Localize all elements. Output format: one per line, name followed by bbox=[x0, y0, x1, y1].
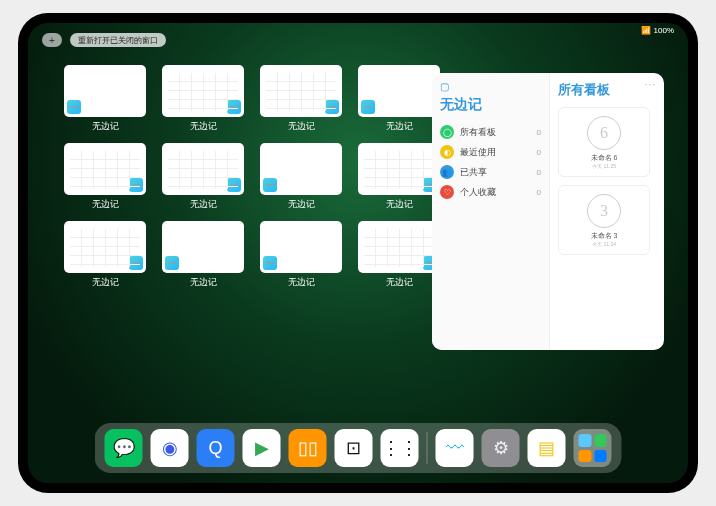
menu-count: 0 bbox=[537, 148, 541, 157]
dock-app-notes[interactable]: ▤ bbox=[528, 429, 566, 467]
freeform-icon: 〰 bbox=[263, 178, 277, 192]
freeform-icon: 〰 bbox=[227, 178, 241, 192]
board-title: 未命名 6 bbox=[591, 153, 618, 163]
dock-app-qqbrowser[interactable]: Q bbox=[197, 429, 235, 467]
board-card[interactable]: 3未命名 3今天 11:24 bbox=[558, 185, 650, 255]
menu-icon: ♡ bbox=[440, 185, 454, 199]
dock-app-wechat[interactable]: 💬 bbox=[105, 429, 143, 467]
window-thumb[interactable]: 〰无边记 bbox=[162, 221, 244, 289]
dock-app-connect[interactable]: ⋮⋮ bbox=[381, 429, 419, 467]
dock-app-dice[interactable]: ⊡ bbox=[335, 429, 373, 467]
window-thumb[interactable]: 〰无边记 bbox=[64, 221, 146, 289]
board-thumbnail: 6 bbox=[587, 116, 621, 150]
menu-count: 0 bbox=[537, 188, 541, 197]
window-preview[interactable]: 〰 bbox=[358, 65, 440, 117]
window-label: 无边记 bbox=[288, 120, 315, 133]
window-thumb[interactable]: 〰无边记 bbox=[358, 65, 440, 133]
window-thumb[interactable]: 〰无边记 bbox=[260, 65, 342, 133]
window-label: 无边记 bbox=[386, 276, 413, 289]
window-preview[interactable]: 〰 bbox=[260, 143, 342, 195]
window-thumb[interactable]: 〰无边记 bbox=[260, 221, 342, 289]
window-preview[interactable]: 〰 bbox=[64, 221, 146, 273]
top-bar: + 重新打开已关闭的窗口 bbox=[42, 33, 166, 47]
window-thumb[interactable]: 〰无边记 bbox=[162, 143, 244, 211]
dock-folder[interactable] bbox=[574, 429, 612, 467]
window-grid: 〰无边记〰无边记〰无边记〰无边记〰无边记〰无边记〰无边记〰无边记〰无边记〰无边记… bbox=[64, 65, 442, 289]
board-subtitle: 今天 11:25 bbox=[592, 163, 616, 169]
menu-icon: ◐ bbox=[440, 145, 454, 159]
status-bar: 📶 100% bbox=[641, 26, 674, 35]
dock-app-play[interactable]: ▶ bbox=[243, 429, 281, 467]
dock-app-settings[interactable]: ⚙ bbox=[482, 429, 520, 467]
window-preview[interactable]: 〰 bbox=[260, 65, 342, 117]
freeform-icon: 〰 bbox=[361, 100, 375, 114]
window-label: 无边记 bbox=[288, 276, 315, 289]
dock-app-freeform[interactable]: 〰 bbox=[436, 429, 474, 467]
freeform-panel: ▢ 无边记 ◯所有看板0◐最近使用0👥已共享0♡个人收藏0 ··· 所有看板 6… bbox=[432, 73, 664, 350]
dock: 💬◉Q▶▯▯⊡⋮⋮〰⚙▤ bbox=[95, 423, 622, 473]
menu-count: 0 bbox=[537, 168, 541, 177]
wifi-icon: 📶 bbox=[641, 26, 651, 35]
window-label: 无边记 bbox=[190, 198, 217, 211]
window-preview[interactable]: 〰 bbox=[358, 221, 440, 273]
panel-sidebar: ▢ 无边记 ◯所有看板0◐最近使用0👥已共享0♡个人收藏0 bbox=[432, 73, 550, 350]
freeform-icon: 〰 bbox=[227, 100, 241, 114]
window-label: 无边记 bbox=[92, 198, 119, 211]
sidebar-item[interactable]: 👥已共享0 bbox=[440, 162, 541, 182]
menu-icon: 👥 bbox=[440, 165, 454, 179]
panel-content-title: 所有看板 bbox=[558, 81, 656, 99]
more-button[interactable]: ··· bbox=[645, 79, 656, 90]
freeform-icon: 〰 bbox=[263, 256, 277, 270]
panel-content: ··· 所有看板 6未命名 6今天 11:253未命名 3今天 11:24 bbox=[550, 73, 664, 350]
window-label: 无边记 bbox=[92, 120, 119, 133]
board-card[interactable]: 6未命名 6今天 11:25 bbox=[558, 107, 650, 177]
window-thumb[interactable]: 〰无边记 bbox=[64, 143, 146, 211]
board-title: 未命名 3 bbox=[591, 231, 618, 241]
menu-label: 个人收藏 bbox=[460, 186, 496, 199]
dock-app-quark[interactable]: ◉ bbox=[151, 429, 189, 467]
board-thumbnail: 3 bbox=[587, 194, 621, 228]
menu-label: 已共享 bbox=[460, 166, 487, 179]
dock-divider bbox=[427, 432, 428, 464]
window-preview[interactable]: 〰 bbox=[162, 65, 244, 117]
screen: 📶 100% + 重新打开已关闭的窗口 〰无边记〰无边记〰无边记〰无边记〰无边记… bbox=[28, 23, 688, 483]
window-preview[interactable]: 〰 bbox=[162, 143, 244, 195]
dock-app-books[interactable]: ▯▯ bbox=[289, 429, 327, 467]
sidebar-item[interactable]: ♡个人收藏0 bbox=[440, 182, 541, 202]
freeform-icon: 〰 bbox=[67, 100, 81, 114]
sidebar-item[interactable]: ◯所有看板0 bbox=[440, 122, 541, 142]
freeform-icon: 〰 bbox=[325, 100, 339, 114]
board-subtitle: 今天 11:24 bbox=[592, 241, 616, 247]
window-thumb[interactable]: 〰无边记 bbox=[358, 221, 440, 289]
panel-app-icon: ▢ bbox=[440, 81, 541, 92]
window-thumb[interactable]: 〰无边记 bbox=[162, 65, 244, 133]
window-preview[interactable]: 〰 bbox=[64, 143, 146, 195]
freeform-icon: 〰 bbox=[165, 256, 179, 270]
menu-label: 最近使用 bbox=[460, 146, 496, 159]
window-preview[interactable]: 〰 bbox=[358, 143, 440, 195]
window-label: 无边记 bbox=[190, 276, 217, 289]
reopen-closed-window-button[interactable]: 重新打开已关闭的窗口 bbox=[70, 33, 166, 47]
window-preview[interactable]: 〰 bbox=[162, 221, 244, 273]
window-thumb[interactable]: 〰无边记 bbox=[358, 143, 440, 211]
window-preview[interactable]: 〰 bbox=[64, 65, 146, 117]
menu-label: 所有看板 bbox=[460, 126, 496, 139]
window-label: 无边记 bbox=[386, 198, 413, 211]
window-label: 无边记 bbox=[92, 276, 119, 289]
panel-sidebar-title: 无边记 bbox=[440, 96, 541, 114]
window-thumb[interactable]: 〰无边记 bbox=[260, 143, 342, 211]
add-window-button[interactable]: + bbox=[42, 33, 62, 47]
window-label: 无边记 bbox=[288, 198, 315, 211]
sidebar-item[interactable]: ◐最近使用0 bbox=[440, 142, 541, 162]
window-label: 无边记 bbox=[190, 120, 217, 133]
window-preview[interactable]: 〰 bbox=[260, 221, 342, 273]
menu-icon: ◯ bbox=[440, 125, 454, 139]
window-label: 无边记 bbox=[386, 120, 413, 133]
freeform-icon: 〰 bbox=[129, 178, 143, 192]
ipad-frame: 📶 100% + 重新打开已关闭的窗口 〰无边记〰无边记〰无边记〰无边记〰无边记… bbox=[18, 13, 698, 493]
battery-label: 100% bbox=[654, 26, 674, 35]
freeform-icon: 〰 bbox=[129, 256, 143, 270]
menu-count: 0 bbox=[537, 128, 541, 137]
window-thumb[interactable]: 〰无边记 bbox=[64, 65, 146, 133]
